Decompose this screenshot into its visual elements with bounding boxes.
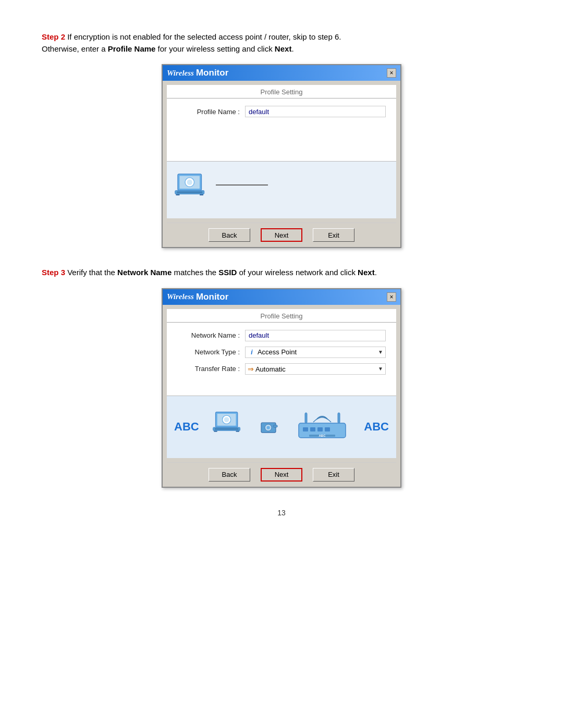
step2-profile-header: Profile Setting — [167, 85, 396, 98]
svg-rect-13 — [215, 428, 239, 429]
step3-profile-header: Profile Setting — [167, 309, 396, 323]
step3-transfer-rate-arrow: ▼ — [378, 366, 383, 372]
step3-next-button[interactable]: Next — [261, 468, 302, 482]
svg-text:ABC: ABC — [319, 434, 326, 437]
step3-button-bar: Back Next Exit — [163, 463, 400, 487]
step3-title-italic: Wireless — [167, 292, 194, 301]
step3-title-regular: Monitor — [196, 292, 228, 302]
step2-profile-name-label: Profile Name : — [177, 108, 240, 116]
svg-rect-25 — [305, 413, 307, 423]
step3-form-area: Network Name : Network Type : i Access P… — [167, 323, 396, 396]
svg-rect-19 — [274, 425, 278, 427]
step2-window-wrapper: Wireless Monitor × Profile Setting Profi… — [42, 64, 521, 248]
step2-window-title: Wireless Monitor — [167, 68, 228, 78]
step2-profile-name-input[interactable] — [245, 106, 386, 117]
step2-profile-name-row: Profile Name : — [177, 106, 386, 117]
svg-rect-14 — [214, 430, 217, 431]
step3-network-name-input[interactable] — [245, 330, 386, 341]
svg-rect-15 — [236, 430, 240, 431]
step2-window: Wireless Monitor × Profile Setting Profi… — [162, 64, 401, 248]
step2-title-regular: Monitor — [196, 68, 228, 78]
svg-rect-26 — [338, 413, 340, 423]
step2-titlebar: Wireless Monitor × — [163, 65, 400, 81]
step2-block: Step 2 If encryption is not enabled for … — [42, 31, 521, 248]
svg-point-3 — [187, 179, 193, 185]
step2-text: Step 2 If encryption is not enabled for … — [42, 31, 521, 55]
step2-label: Step 2 — [42, 32, 65, 41]
step3-transfer-rate-label: Transfer Rate : — [177, 365, 240, 373]
step2-next-button[interactable]: Next — [261, 228, 302, 242]
step3-text: Step 3 Verify that the Network Name matc… — [42, 267, 521, 279]
svg-rect-22 — [310, 427, 315, 431]
step3-transfer-rate-select[interactable]: ⇒ Automatic ▼ — [245, 363, 386, 375]
step3-network-type-label: Network Type : — [177, 348, 240, 356]
svg-rect-21 — [303, 427, 308, 431]
step3-router-icon: ABC — [293, 409, 351, 445]
step3-network-type-arrow: ▼ — [378, 349, 383, 355]
step3-abc-right: ABC — [364, 420, 389, 434]
step2-title-italic: Wireless — [167, 69, 194, 78]
svg-rect-23 — [317, 427, 323, 431]
step3-label: Step 3 — [42, 268, 65, 277]
step3-abc-left: ABC — [174, 420, 199, 434]
step3-illustration: ABC — [167, 396, 396, 458]
step3-window: Wireless Monitor × Profile Setting Netwo… — [162, 288, 401, 488]
step3-close-button[interactable]: × — [387, 292, 396, 302]
svg-rect-7 — [200, 194, 203, 195]
step3-network-name-row: Network Name : — [177, 330, 386, 341]
step3-laptop-icon — [212, 410, 246, 444]
svg-rect-6 — [176, 194, 180, 195]
svg-rect-5 — [177, 191, 202, 193]
step3-window-title: Wireless Monitor — [167, 292, 228, 302]
step3-network-name-label: Network Name : — [177, 331, 240, 339]
step2-back-button[interactable]: Back — [209, 228, 250, 242]
step2-line — [216, 184, 268, 186]
step2-close-button[interactable]: × — [387, 68, 396, 78]
svg-point-11 — [224, 417, 229, 422]
step3-network-type-row: Network Type : i Access Point ▼ — [177, 347, 386, 358]
step3-transfer-rate-row: Transfer Rate : ⇒ Automatic ▼ — [177, 363, 386, 375]
svg-point-18 — [267, 426, 270, 429]
step2-button-bar: Back Next Exit — [163, 223, 400, 247]
step2-form-area: Profile Name : — [167, 98, 396, 161]
step3-window-wrapper: Wireless Monitor × Profile Setting Netwo… — [42, 288, 521, 488]
page-number: 13 — [42, 509, 521, 517]
step3-exit-button[interactable]: Exit — [313, 468, 354, 482]
step2-illustration — [167, 161, 396, 218]
svg-rect-24 — [325, 427, 330, 431]
step3-block: Step 3 Verify that the Network Name matc… — [42, 267, 521, 488]
step3-back-button[interactable]: Back — [209, 468, 250, 482]
step3-network-type-select[interactable]: i Access Point ▼ — [245, 347, 386, 358]
step2-exit-button[interactable]: Exit — [313, 228, 354, 242]
step3-transfer-rate-icon: ⇒ — [248, 365, 254, 373]
step3-camera-icon — [259, 416, 280, 437]
step2-laptop-icon — [174, 172, 211, 208]
step3-titlebar: Wireless Monitor × — [163, 289, 400, 305]
step3-network-type-icon: i — [248, 349, 256, 356]
